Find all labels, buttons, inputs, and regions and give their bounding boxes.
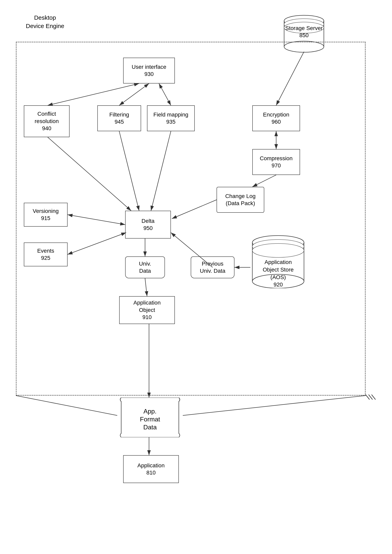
- field-mapping-num: 935: [166, 118, 176, 125]
- filtering-num: 945: [115, 118, 124, 125]
- aos-label: Application Object Store (AOS): [250, 258, 306, 281]
- svg-point-9: [252, 243, 304, 257]
- field-mapping-label: Field mapping: [153, 111, 188, 118]
- field-mapping-box: Field mapping 935: [147, 105, 195, 131]
- application-object-label: Application Object: [133, 299, 161, 314]
- svg-line-37: [366, 395, 370, 399]
- svg-text:Format: Format: [140, 416, 160, 423]
- application-num: 810: [147, 469, 156, 476]
- events-num: 925: [41, 255, 50, 262]
- compression-label: Compression: [260, 155, 293, 162]
- storage-server-num: 850: [285, 32, 323, 39]
- versioning-num: 915: [41, 215, 50, 222]
- application-box: Application 810: [123, 455, 179, 483]
- svg-line-35: [16, 396, 117, 415]
- change-log-label: Change Log (Data Pack): [225, 193, 256, 207]
- events-label: Events: [37, 247, 54, 255]
- aos-cylinder: Application Object Store (AOS) 920: [250, 231, 306, 288]
- svg-text:Data: Data: [143, 424, 157, 431]
- storage-server-label: Storage Server: [285, 25, 323, 32]
- diagram-container: Desktop Device Engine Storage Server 850…: [0, 0, 392, 554]
- compression-num: 970: [272, 162, 281, 169]
- svg-line-38: [369, 395, 372, 399]
- encryption-label: Encryption: [263, 111, 289, 118]
- change-log-shape: Change Log (Data Pack): [217, 187, 264, 213]
- previous-univ-data-label: Previous Univ. Data: [200, 260, 225, 275]
- main-dashed-box: [16, 42, 366, 396]
- conflict-resolution-box: Conflict resolution 940: [24, 105, 70, 137]
- svg-line-36: [183, 396, 366, 415]
- univ-data-label: Univ. Data: [139, 260, 151, 275]
- delta-label: Delta: [141, 217, 154, 225]
- application-label: Application: [138, 462, 165, 469]
- versioning-label: Versioning: [33, 207, 59, 215]
- conflict-resolution-label: Conflict resolution: [35, 110, 59, 125]
- encryption-box: Encryption 960: [252, 105, 300, 131]
- user-interface-label: User interface: [132, 64, 166, 71]
- versioning-box: Versioning 915: [24, 203, 68, 227]
- compression-box: Compression 970: [252, 149, 300, 175]
- previous-univ-data-shape: Previous Univ. Data: [191, 256, 234, 278]
- univ-data-shape: Univ. Data: [125, 256, 165, 278]
- delta-box: Delta 950: [125, 211, 171, 239]
- filtering-label: Filtering: [109, 111, 129, 118]
- user-interface-num: 930: [144, 71, 154, 78]
- app-format-data-svg: App. Format Data: [117, 398, 183, 437]
- application-object-num: 910: [142, 314, 152, 321]
- delta-num: 950: [143, 225, 153, 232]
- desktop-device-engine-label: Desktop Device Engine: [26, 14, 64, 30]
- conflict-resolution-num: 940: [42, 125, 51, 132]
- application-object-box: Application Object 910: [119, 296, 175, 324]
- encryption-num: 960: [272, 118, 281, 125]
- svg-line-39: [371, 395, 376, 399]
- events-box: Events 925: [24, 242, 68, 266]
- aos-num: 920: [250, 281, 306, 288]
- filtering-box: Filtering 945: [97, 105, 141, 131]
- user-interface-box: User interface 930: [123, 58, 175, 84]
- svg-text:App.: App.: [143, 408, 157, 415]
